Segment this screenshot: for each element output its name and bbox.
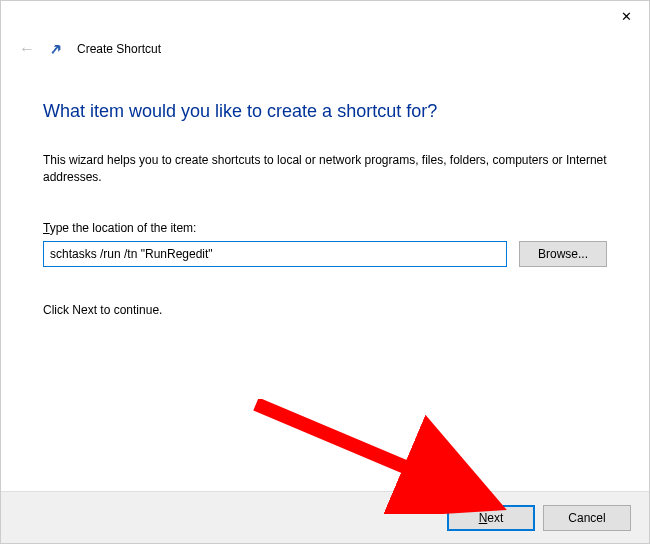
page-description: This wizard helps you to create shortcut… xyxy=(43,152,607,187)
back-arrow-icon: ← xyxy=(19,41,35,57)
wizard-footer: Next Cancel xyxy=(1,491,649,543)
location-input[interactable] xyxy=(43,241,507,267)
cancel-button[interactable]: Cancel xyxy=(543,505,631,531)
browse-button[interactable]: Browse... xyxy=(519,241,607,267)
titlebar: ✕ xyxy=(1,1,649,37)
close-button[interactable]: ✕ xyxy=(603,1,649,31)
wizard-title: Create Shortcut xyxy=(77,42,161,56)
page-heading: What item would you like to create a sho… xyxy=(43,101,607,122)
close-icon: ✕ xyxy=(621,9,632,24)
location-label: Type the location of the item: xyxy=(43,221,607,235)
wizard-header: ← 🡵 Create Shortcut xyxy=(1,37,649,61)
continue-text: Click Next to continue. xyxy=(43,303,607,317)
location-row: Browse... xyxy=(43,241,607,267)
shortcut-icon: 🡵 xyxy=(49,42,63,56)
next-button[interactable]: Next xyxy=(447,505,535,531)
svg-line-1 xyxy=(256,404,481,499)
wizard-content: What item would you like to create a sho… xyxy=(1,61,649,317)
